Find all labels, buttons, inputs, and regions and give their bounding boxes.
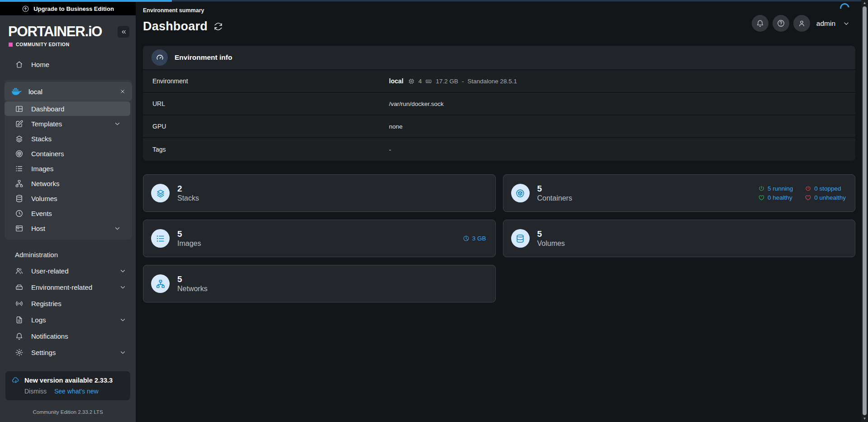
see-whats-new-link[interactable]: See what's new [54,388,99,395]
sidebar-item-label: Host [31,225,45,232]
update-notification-box: New version available 2.33.3 Dismiss See… [5,371,130,400]
user-icon [797,19,806,28]
scrollbar-thumb[interactable] [863,6,867,415]
sidebar-item-logs[interactable]: Logs [0,312,136,328]
refresh-icon[interactable] [213,22,223,31]
bell-icon [15,332,24,340]
info-row-tags: Tags - [143,138,855,161]
notifications-button[interactable] [752,15,768,32]
environment-name-value: local [389,77,403,85]
sidebar-item-label: Images [31,165,53,173]
stacks-count: 2 [177,184,199,194]
sidebar-item-registries[interactable]: Registries [0,295,136,312]
broadcast-icon [15,299,24,308]
environment-info-panel: Environment info Environment local 4 17.… [143,46,855,161]
stat-stopped[interactable]: 0 stopped [805,185,846,192]
loading-progress-bar [0,0,172,2]
portainer-logo: PORTAINER.iO [8,24,102,38]
main-content: admin Environment summary Dashboard Envi… [136,0,861,422]
sidebar-item-label: Registries [31,300,62,307]
chevron-down-icon[interactable] [842,19,850,28]
sidebar: Upgrade to Business Edition PORTAINER.iO… [0,0,136,422]
networks-icon [151,274,170,293]
question-icon [777,19,785,28]
sidebar-item-events[interactable]: Events [5,206,130,221]
stat-label: 0 stopped [814,185,841,192]
sidebar-item-label: Home [31,61,49,68]
stat-running[interactable]: 5 running [758,185,793,192]
separator-dash: - [462,78,464,85]
container-stats: 5 running 0 stopped 0 healthy 0 unhealth… [758,185,846,201]
sidebar-collapse-button[interactable] [118,26,129,38]
dismiss-link[interactable]: Dismiss [24,388,47,395]
sidebar-item-settings[interactable]: Settings [0,344,136,360]
sidebar-item-environment-related[interactable]: Environment-related [0,279,136,295]
dashboard-icon [15,105,24,113]
sidebar-item-label: Settings [31,349,56,356]
edition-row: COMMUNITY EDITION [0,38,136,47]
info-row-environment: Environment local 4 17.2 GB - Standalone… [143,70,855,93]
stat-unhealthy[interactable]: 0 unhealthy [805,194,846,201]
sidebar-item-volumes[interactable]: Volumes [5,191,130,206]
stat-healthy[interactable]: 0 healthy [758,194,793,201]
sidebar-item-templates[interactable]: Templates [5,116,130,131]
scroll-down-arrow[interactable]: ▼ [863,416,867,421]
chevrons-left-icon [120,29,127,35]
user-menu-button[interactable] [793,15,810,32]
containers-label: Containers [537,194,572,202]
stacks-card[interactable]: 2 Stacks [143,174,496,212]
sidebar-item-label: Logs [31,316,46,324]
info-label: Environment [152,77,389,85]
gear-icon [15,348,24,357]
volumes-label: Volumes [537,240,565,248]
environment-header[interactable]: local [5,82,132,101]
power-icon [758,185,765,192]
sidebar-item-dashboard[interactable]: Dashboard [5,101,130,116]
upgrade-banner[interactable]: Upgrade to Business Edition [0,2,136,15]
sidebar-item-user-related[interactable]: User-related [0,263,136,279]
info-value: none [389,123,403,130]
images-card[interactable]: 5 Images 3 GB [143,220,496,257]
networks-card[interactable]: 5 Networks [143,265,496,302]
panel-title: Environment info [175,53,232,62]
sidebar-item-label: Volumes [31,195,57,202]
info-row-url: URL /var/run/docker.sock [143,93,855,115]
chevron-down-icon [114,225,121,232]
sidebar-item-host[interactable]: Host [5,221,130,235]
images-count: 5 [177,229,201,239]
environment-name: local [28,88,43,96]
username-label[interactable]: admin [816,19,835,28]
edition-label: COMMUNITY EDITION [16,42,70,47]
sidebar-item-notifications[interactable]: Notifications [0,328,136,344]
scroll-up-arrow[interactable]: ▲ [863,0,867,5]
upgrade-banner-label: Upgrade to Business Edition [33,5,114,12]
sidebar-item-home[interactable]: Home [0,56,136,72]
power-icon [805,185,811,192]
heart-icon [805,194,811,201]
docker-whale-icon [11,86,22,97]
breadcrumb: Environment summary [143,0,855,14]
images-size-value: 3 GB [472,235,486,242]
users-icon [15,267,24,275]
update-title-row: New version available 2.33.3 [12,376,124,384]
vertical-scrollbar[interactable]: ▲ ▼ [861,0,868,422]
info-row-gpu: GPU none [143,115,855,138]
sidebar-item-images[interactable]: Images [5,161,130,176]
sidebar-item-stacks[interactable]: Stacks [5,131,130,146]
chevron-down-icon [119,267,127,275]
events-icon [15,209,24,218]
containers-card[interactable]: 5 Containers 5 running 0 stopped 0 healt… [503,174,856,212]
images-size-badge: 3 GB [463,235,486,242]
help-button[interactable] [773,15,789,32]
memory-icon [425,78,432,85]
sidebar-spacer [0,360,136,371]
sidebar-item-containers[interactable]: Containers [5,146,130,161]
close-icon[interactable] [119,88,126,95]
networks-icon [15,179,24,188]
images-icon [151,229,170,248]
stat-label: 0 unhealthy [814,194,846,201]
sidebar-item-label: Events [31,210,52,217]
sidebar-item-networks[interactable]: Networks [5,176,130,191]
volumes-card[interactable]: 5 Volumes [503,220,856,257]
memory-value: 17.2 GB [436,78,458,85]
